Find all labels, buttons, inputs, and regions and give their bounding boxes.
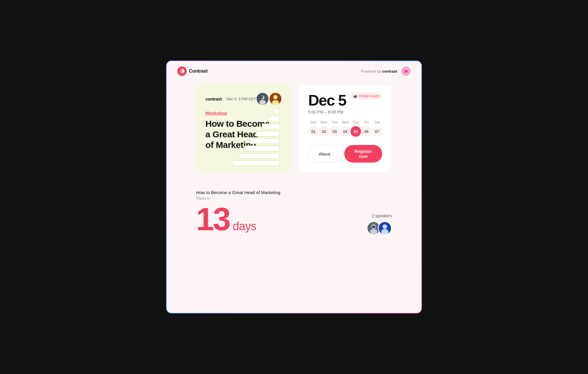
svg-rect-13 xyxy=(256,131,280,136)
registration-buttons: About Register now xyxy=(308,145,382,163)
register-now-button[interactable]: Register now xyxy=(344,145,382,163)
event-time-range: 5:00 PM – 6:00 PM xyxy=(308,110,382,114)
countdown-area: How to Become a Great Head of Marketing … xyxy=(196,190,367,235)
speakers-area: 2 speakers xyxy=(367,213,392,235)
speaker-avatar-2 xyxy=(269,92,282,105)
header-right: Powered by contrast M xyxy=(361,66,411,76)
countdown-unit: days xyxy=(233,220,256,233)
cal-day-wed: Wed xyxy=(340,120,350,124)
svg-rect-14 xyxy=(262,124,280,129)
svg-rect-12 xyxy=(250,138,280,144)
cal-day-sat: Sat xyxy=(372,120,382,124)
calendar-dates-row: 01 02 03 04 05 06 07 xyxy=(308,126,382,137)
cal-day-mon: Mon xyxy=(319,120,329,124)
cal-date-04[interactable]: 04 xyxy=(340,126,350,137)
svg-point-8 xyxy=(272,100,279,105)
calendar-days-row: Sun Mon Tue Wed Thu Fri Sat xyxy=(308,120,382,124)
speaker-thumbnail-2 xyxy=(378,221,392,235)
countdown-event-title: How to Become a Great Head of Marketing xyxy=(196,190,367,195)
user-avatar[interactable]: M xyxy=(401,66,411,76)
cal-day-tue: Tue xyxy=(329,120,340,124)
speaker-avatar-1 xyxy=(256,92,269,105)
cal-day-sun: Sun xyxy=(308,120,319,124)
logo-text: Contrast xyxy=(189,69,208,74)
cal-date-07[interactable]: 07 xyxy=(372,126,382,137)
cal-date-02[interactable]: 02 xyxy=(319,126,329,137)
online-badge: 📹 Online event xyxy=(350,93,382,100)
event-date-big: Dec 5 xyxy=(308,93,346,108)
speakers-avatars-row xyxy=(367,221,392,235)
cal-day-fri: Fri xyxy=(361,120,372,124)
svg-rect-10 xyxy=(238,153,280,158)
cal-date-03[interactable]: 03 xyxy=(329,126,340,137)
stairs-decoration xyxy=(233,108,285,172)
registration-card: Dec 5 📹 Online event 5:00 PM – 6:00 PM S… xyxy=(298,84,392,172)
about-button[interactable]: About xyxy=(308,145,341,163)
lower-section: How to Become a Great Head of Marketing … xyxy=(196,190,392,235)
svg-point-23 xyxy=(381,229,389,235)
starts-in-label: Starts in xyxy=(196,196,367,201)
countdown-number: 13 xyxy=(196,203,230,235)
svg-rect-15 xyxy=(268,116,280,122)
svg-point-5 xyxy=(261,96,263,98)
event-banner-meta: contrast Dec 5, 5 PM CET xyxy=(206,96,256,101)
contrast-logo-icon xyxy=(177,66,187,76)
cal-date-01[interactable]: 01 xyxy=(308,126,319,137)
logo-area: Contrast xyxy=(177,66,208,76)
cal-day-thu: Thu xyxy=(350,120,361,124)
speakers-count: 2 speakers xyxy=(372,213,392,218)
svg-point-19 xyxy=(370,229,377,235)
header: Contrast Powered by contrast M xyxy=(167,61,421,81)
svg-rect-11 xyxy=(244,146,280,151)
svg-point-22 xyxy=(382,224,387,229)
countdown-display: 13 days xyxy=(196,203,367,235)
mini-calendar: Sun Mon Tue Wed Thu Fri Sat 01 02 03 xyxy=(308,120,382,137)
cal-date-06[interactable]: 06 xyxy=(361,126,372,137)
event-banner-card: contrast Dec 5, 5 PM CET xyxy=(196,84,291,172)
reg-header: Dec 5 📹 Online event xyxy=(308,93,382,108)
svg-rect-20 xyxy=(372,226,375,228)
svg-rect-9 xyxy=(233,161,280,166)
event-cards: contrast Dec 5, 5 PM CET xyxy=(196,84,392,172)
cal-date-05[interactable]: 05 xyxy=(350,126,361,137)
main-content: contrast Dec 5, 5 PM CET xyxy=(167,81,421,247)
svg-rect-16 xyxy=(274,109,280,114)
event-datetime: Dec 5, 5 PM CET xyxy=(226,97,256,101)
event-banner-top: contrast Dec 5, 5 PM CET xyxy=(206,92,282,105)
banner-speaker-avatars xyxy=(256,92,282,105)
powered-by-text: Powered by contrast xyxy=(361,69,397,74)
event-brand-wordmark: contrast xyxy=(206,96,222,101)
svg-point-3 xyxy=(259,100,266,105)
video-icon: 📹 xyxy=(353,94,357,98)
svg-point-7 xyxy=(273,95,278,99)
